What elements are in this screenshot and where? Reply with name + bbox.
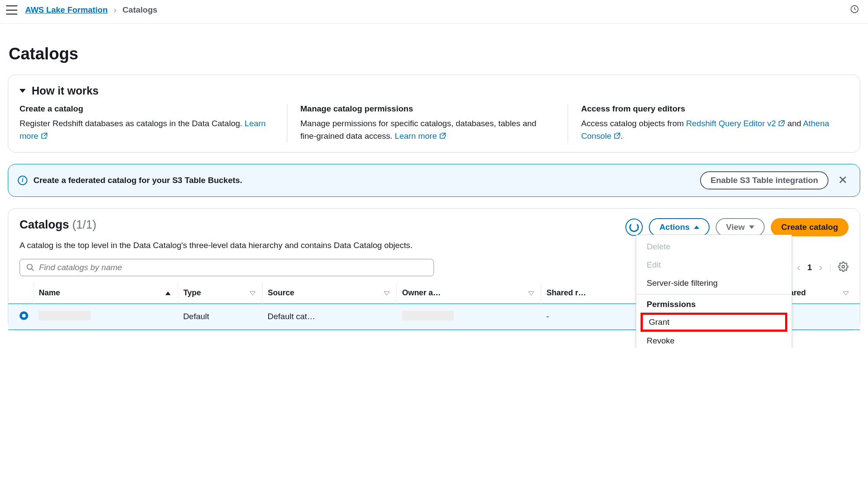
- catalogs-count: (1/1): [72, 218, 97, 231]
- col-owner[interactable]: Owner a…: [397, 282, 541, 304]
- search-input[interactable]: [39, 263, 427, 272]
- dd-server-filter[interactable]: Server-side filtering: [636, 274, 792, 292]
- how-col1-body: Register Redshift databases as catalogs …: [20, 117, 274, 143]
- cell-name-redacted: [39, 311, 91, 320]
- svg-point-2: [842, 265, 845, 268]
- actions-button[interactable]: Actions: [649, 218, 710, 236]
- how-col1-heading: Create a catalog: [20, 104, 274, 114]
- view-button[interactable]: View: [716, 218, 765, 236]
- settings-icon[interactable]: [838, 261, 848, 274]
- how-col3-heading: Access from query editors: [581, 104, 835, 114]
- dd-revoke[interactable]: Revoke: [636, 332, 792, 348]
- cell-type: Default: [178, 304, 263, 330]
- row-radio[interactable]: [20, 311, 28, 320]
- dd-edit: Edit: [636, 256, 792, 274]
- chevron-right-icon: ›: [114, 5, 116, 15]
- cell-owner-redacted: [402, 311, 454, 320]
- actions-dropdown: Delete Edit Server-side filtering Permis…: [636, 235, 792, 348]
- page-number: 1: [807, 263, 812, 272]
- col-name[interactable]: Name: [33, 282, 178, 304]
- how-it-works-title: How it works: [32, 85, 99, 97]
- pagination: ‹ 1 › |: [797, 261, 848, 274]
- redshift-link[interactable]: Redshift Query Editor v2: [686, 119, 785, 128]
- caret-down-icon: [749, 225, 754, 229]
- dd-delete: Delete: [636, 238, 792, 256]
- breadcrumb-service[interactable]: AWS Lake Formation: [25, 5, 108, 15]
- create-catalog-button[interactable]: Create catalog: [771, 218, 848, 236]
- catalogs-panel: Catalogs (1/1) Actions View Create catal…: [8, 208, 860, 330]
- col-type[interactable]: Type: [178, 282, 263, 304]
- breadcrumb: AWS Lake Formation › Catalogs: [25, 5, 158, 15]
- refresh-button[interactable]: [625, 219, 643, 236]
- menu-icon[interactable]: [6, 5, 17, 15]
- page-title: Catalogs: [9, 45, 860, 63]
- banner-text: Create a federated catalog for your S3 T…: [33, 176, 242, 185]
- how-col2-link[interactable]: Learn more: [395, 131, 446, 140]
- page-next[interactable]: ›: [819, 261, 822, 274]
- caret-down-icon: [20, 89, 26, 93]
- how-col2-heading: Manage catalog permissions: [300, 104, 555, 114]
- cell-source: Default cat…: [263, 304, 397, 330]
- col-source[interactable]: Source: [263, 282, 397, 304]
- search-box[interactable]: [20, 259, 434, 276]
- dd-permissions-header: Permissions: [636, 294, 792, 313]
- caret-up-icon: [694, 225, 699, 229]
- svg-point-1: [27, 264, 33, 269]
- info-icon: i: [18, 176, 27, 185]
- how-col2-body: Manage permissions for specific catalogs…: [300, 117, 555, 143]
- breadcrumb-current: Catalogs: [122, 5, 157, 15]
- s3-integration-banner: i Create a federated catalog for your S3…: [8, 164, 860, 197]
- refresh-icon: [629, 222, 639, 232]
- page-prev[interactable]: ‹: [797, 261, 800, 274]
- close-icon[interactable]: ✕: [835, 173, 850, 187]
- enable-s3-button[interactable]: Enable S3 Table integration: [700, 171, 829, 189]
- catalogs-title: Catalogs (1/1): [20, 218, 96, 231]
- search-icon: [26, 263, 35, 272]
- clock-icon[interactable]: [850, 4, 859, 16]
- how-col3-body: Access catalog objects from Redshift Que…: [581, 117, 835, 143]
- how-it-works-toggle[interactable]: How it works: [20, 85, 848, 97]
- how-it-works-panel: How it works Create a catalog Register R…: [8, 75, 860, 153]
- dd-grant[interactable]: Grant: [641, 313, 787, 332]
